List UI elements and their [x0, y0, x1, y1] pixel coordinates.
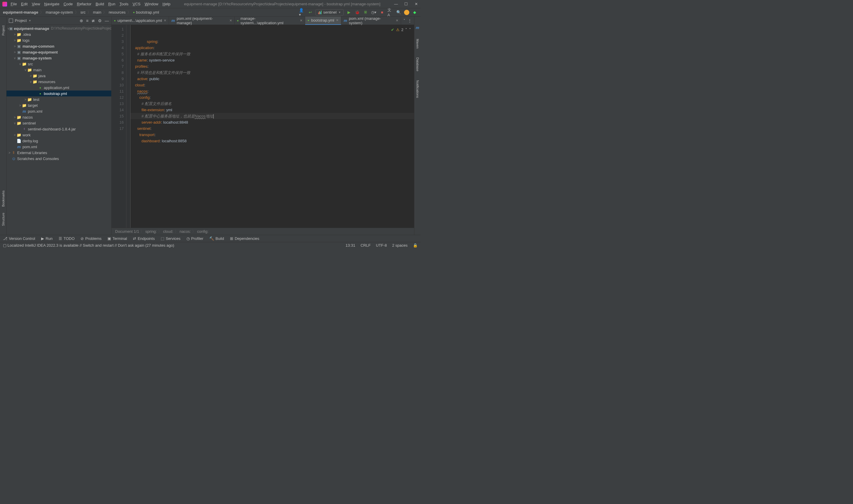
close-tab-icon[interactable]: ✕ — [229, 19, 232, 22]
tree-item-manage-equipment[interactable]: >▣manage-equipment — [6, 49, 111, 55]
code-line-5[interactable]: profiles: — [133, 64, 149, 69]
tree-item-bootstrap-yml[interactable]: ●bootstrap.yml — [6, 90, 111, 96]
breadcrumb-item[interactable]: bootstrap.yml — [136, 10, 159, 15]
code-line-14[interactable]: server-addr: localhost:8848 — [133, 120, 188, 125]
code-line-17[interactable]: dashboard: localhost:8858 — [133, 139, 187, 143]
breadcrumb-item[interactable]: main — [93, 10, 101, 15]
structure-tool-button[interactable]: Structure — [1, 213, 5, 226]
close-tab-icon[interactable]: ✕ — [396, 19, 398, 22]
status-indent[interactable]: 2 spaces — [392, 243, 407, 248]
tool-todo[interactable]: ☰TODO — [58, 236, 74, 241]
tool-problems[interactable]: ⊘Problems — [81, 236, 102, 241]
code-line-15[interactable]: sentinel: — [133, 126, 152, 131]
back-arrow-icon[interactable]: ↩ — [307, 10, 313, 15]
avatar-icon[interactable] — [404, 10, 409, 15]
tool-version-control[interactable]: ⎇Version Control — [3, 236, 35, 241]
tree-item-pom-xml[interactable]: mpom.xml — [6, 144, 111, 150]
tool-services[interactable]: ⬚Services — [161, 236, 180, 241]
settings-icon[interactable]: ⚙ — [98, 18, 102, 23]
status-eol[interactable]: CRLF — [361, 243, 370, 248]
debug-button[interactable]: 🐞 — [354, 10, 360, 15]
tool-run[interactable]: ▶Run — [41, 236, 53, 241]
tree-item-java[interactable]: >📁java — [6, 73, 111, 79]
tree-item-pom-xml[interactable]: mpom.xml — [6, 108, 111, 114]
code-line-12[interactable]: file-extension: yml — [133, 108, 172, 112]
tree-item--idea[interactable]: >📁.idea — [6, 31, 111, 37]
breadcrumb[interactable]: equipment-manage〉 manage-system〉 src〉 ma… — [3, 10, 159, 15]
project-view-selector[interactable]: Project ▼ — [9, 18, 31, 23]
editor-breadcrumb-item[interactable]: Document 1/1 — [115, 229, 139, 234]
tree-item-nacos[interactable]: >📁nacos — [6, 114, 111, 120]
breadcrumb-item[interactable]: manage-system — [46, 10, 73, 15]
code-line-7[interactable]: active: public — [133, 77, 159, 81]
close-tab-icon[interactable]: ✕ — [336, 18, 338, 22]
tool-profiler[interactable]: ◷Profiler — [187, 236, 203, 241]
code-line-4[interactable]: name: system-service — [133, 58, 175, 62]
toolbox-icon[interactable]: ◆ — [412, 10, 418, 15]
tree-item-manage-common[interactable]: >▣manage-common — [6, 43, 111, 49]
project-tree[interactable]: v▣equipment-manageD:\YhcResource\myProje… — [6, 25, 111, 235]
code-line-8[interactable]: cloud: — [133, 83, 145, 87]
tree-item-src[interactable]: v📁src — [6, 61, 111, 67]
tree-item-application-yml[interactable]: ●application.yml — [6, 85, 111, 90]
code-line-3[interactable]: # 服务名称和配置文件保持一致 — [133, 52, 190, 56]
stop-button[interactable]: ■ — [379, 10, 385, 15]
m-icon[interactable]: m — [416, 25, 419, 30]
hide-icon[interactable]: — — [105, 18, 109, 23]
tree-external-libs[interactable]: >⫴External Libraries — [6, 150, 111, 156]
code-line-10[interactable]: config: — [133, 95, 151, 100]
editor-tab[interactable]: mpom.xml (manage-system)✕ — [341, 17, 401, 25]
add-user-icon[interactable]: 👤▾ — [299, 10, 305, 15]
code-editor[interactable]: ✔ ⚠ 2 ˄ ˅ spring: application: # 服务名称和配置… — [130, 25, 414, 228]
editor-breadcrumb-item[interactable]: config: — [197, 229, 208, 234]
code-line-6[interactable]: # 环境也是和配置文件保持一致 — [133, 70, 190, 75]
menu-refactor[interactable]: Refactor — [77, 2, 91, 6]
code-line-13[interactable]: # 配置中心服务器地址，也就是Nacos地址 — [130, 113, 414, 119]
project-tool-button[interactable]: Project — [1, 25, 5, 36]
tree-item-test[interactable]: >📁test — [6, 96, 111, 102]
notification-icon[interactable]: ▢ — [3, 243, 6, 248]
close-tab-icon[interactable]: ✕ — [300, 19, 302, 22]
database-tool-button[interactable]: Database — [416, 57, 419, 71]
menu-navigate[interactable]: Navigate — [44, 2, 59, 6]
code-line-2[interactable]: application: — [133, 46, 155, 50]
readonly-icon[interactable]: 🔒 — [413, 243, 418, 248]
code-line-9[interactable]: nacos: — [133, 89, 149, 93]
translate-icon[interactable]: 文A — [387, 10, 393, 15]
tree-item-resources[interactable]: v📁resources — [6, 79, 111, 85]
notifications-tool-button[interactable]: Notifications — [416, 80, 419, 98]
tree-item-work[interactable]: >📁work — [6, 132, 111, 138]
search-icon[interactable]: 🔍 — [396, 10, 402, 15]
code-line-1[interactable]: spring: — [147, 39, 158, 44]
menu-edit[interactable]: Edit — [21, 2, 28, 6]
close-tab-icon[interactable]: ✕ — [164, 19, 166, 22]
tree-item-logs[interactable]: >📁logs — [6, 37, 111, 43]
editor-breadcrumb-item[interactable]: cloud: — [163, 229, 173, 234]
menu-build[interactable]: Build — [95, 2, 104, 6]
coverage-button[interactable]: ⛨ — [363, 10, 368, 15]
editor-breadcrumb-item[interactable]: nacos: — [180, 229, 191, 234]
maximize-button[interactable]: ☐ — [404, 2, 408, 6]
up-arrow-icon[interactable]: ˄ — [405, 26, 407, 33]
menu-run[interactable]: Run — [108, 2, 116, 6]
breadcrumb-item[interactable]: src — [81, 10, 86, 15]
tree-item-manage-system[interactable]: v▣manage-system — [6, 55, 111, 61]
menu-file[interactable]: File — [11, 2, 17, 6]
menu-tools[interactable]: Tools — [120, 2, 128, 6]
breadcrumb-item[interactable]: equipment-manage — [3, 10, 38, 15]
tree-item-sentinel-dashboard-1-8-4-jar[interactable]: ⫵sentinel-dashboard-1.8.4.jar — [6, 126, 111, 132]
tool-build[interactable]: 🔨Build — [209, 236, 224, 241]
tool-dependencies[interactable]: ⊞Dependencies — [230, 236, 259, 241]
tree-item-derby-log[interactable]: 📄derby.log — [6, 138, 111, 144]
problems-indicator[interactable]: ✔ ⚠ 2 ˄ ˅ — [391, 26, 411, 33]
run-button[interactable]: ▶ — [346, 10, 352, 15]
menu-code[interactable]: Code — [64, 2, 73, 6]
select-opened-icon[interactable]: ⊕ — [80, 18, 83, 23]
tree-scratches[interactable]: ⊙Scratches and Consoles — [6, 156, 111, 162]
profile-button[interactable]: ◷▾ — [371, 10, 377, 15]
fold-gutter[interactable] — [126, 25, 130, 228]
tree-item-sentinel[interactable]: v📁sentinel — [6, 120, 111, 126]
editor-tab[interactable]: ●manage-system\...\application.yml✕ — [235, 17, 306, 25]
editor-tab[interactable]: mpom.xml (equipment-manage)✕ — [169, 17, 234, 25]
tree-item-target[interactable]: >📁target — [6, 102, 111, 108]
